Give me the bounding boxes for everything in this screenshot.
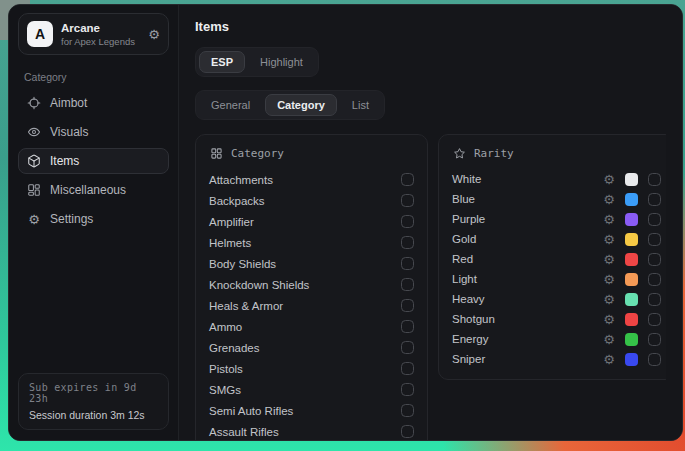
checkbox-smgs[interactable] — [401, 383, 414, 396]
checkbox-semi-auto-rifles[interactable] — [401, 404, 414, 417]
category-row: Amplifier — [209, 211, 414, 232]
checkbox-rarity-heavy[interactable] — [648, 293, 661, 306]
category-panel-title: Category — [231, 147, 284, 160]
color-swatch-blue[interactable] — [625, 193, 638, 206]
checkbox-rarity-sniper[interactable] — [648, 353, 661, 366]
color-swatch-red[interactable] — [625, 253, 638, 266]
gear-icon[interactable]: ⚙ — [148, 28, 160, 41]
rarity-row: Light ⚙ — [452, 269, 661, 289]
layout-grid-icon — [210, 147, 223, 160]
category-panel: Category Attachments Backpacks Amplifier… — [195, 134, 428, 440]
rarity-row: White ⚙ — [452, 169, 661, 189]
subtab-general[interactable]: General — [199, 94, 262, 116]
checkbox-ammo[interactable] — [401, 320, 414, 333]
checkbox-grenades[interactable] — [401, 341, 414, 354]
checkbox-rarity-purple[interactable] — [648, 213, 661, 226]
checkbox-knockdown-shields[interactable] — [401, 278, 414, 291]
brand-card: A Arcane for Apex Legends ⚙ — [18, 13, 169, 55]
checkbox-rarity-light[interactable] — [648, 273, 661, 286]
gear-icon[interactable]: ⚙ — [603, 353, 615, 366]
dashboard-icon — [27, 183, 41, 197]
checkbox-backpacks[interactable] — [401, 194, 414, 207]
gear-icon[interactable]: ⚙ — [603, 173, 615, 186]
category-row: Semi Auto Rifles — [209, 400, 414, 421]
mode-tab-group: ESP Highlight — [195, 47, 319, 77]
gear-icon[interactable]: ⚙ — [603, 333, 615, 346]
app-logo: A — [27, 21, 53, 47]
subtab-category[interactable]: Category — [265, 94, 337, 116]
sidebar-item-aimbot[interactable]: Aimbot — [18, 90, 169, 116]
gear-icon[interactable]: ⚙ — [603, 293, 615, 306]
rarity-panel: Rarity White ⚙ Blue ⚙ Purple ⚙ Gold ⚙ Re… — [438, 134, 666, 380]
sidebar-item-items[interactable]: Items — [18, 148, 169, 174]
color-swatch-light[interactable] — [625, 273, 638, 286]
color-swatch-purple[interactable] — [625, 213, 638, 226]
page-title: Items — [195, 19, 666, 34]
color-swatch-energy[interactable] — [625, 333, 638, 346]
rarity-row: Blue ⚙ — [452, 189, 661, 209]
checkbox-rarity-blue[interactable] — [648, 193, 661, 206]
color-swatch-shotgun[interactable] — [625, 313, 638, 326]
main-content: Items ESP Highlight General Category Lis… — [179, 5, 682, 440]
category-row: Body Shields — [209, 253, 414, 274]
checkbox-attachments[interactable] — [401, 173, 414, 186]
category-row: Heals & Armor — [209, 295, 414, 316]
rarity-row: Red ⚙ — [452, 249, 661, 269]
gear-icon[interactable]: ⚙ — [603, 193, 615, 206]
star-icon — [453, 147, 466, 160]
category-rows: Attachments Backpacks Amplifier Helmets … — [209, 169, 414, 440]
sidebar-nav: Aimbot Visuals Items Miscellaneous ⚙ Set… — [18, 90, 169, 232]
sidebar-item-visuals[interactable]: Visuals — [18, 119, 169, 145]
app-window: A Arcane for Apex Legends ⚙ Category Aim… — [8, 4, 683, 441]
checkbox-rarity-gold[interactable] — [648, 233, 661, 246]
category-row: Helmets — [209, 232, 414, 253]
rarity-row: Shotgun ⚙ — [452, 309, 661, 329]
box-icon — [27, 154, 41, 168]
tab-highlight[interactable]: Highlight — [248, 51, 315, 73]
color-swatch-gold[interactable] — [625, 233, 638, 246]
checkbox-heals-armor[interactable] — [401, 299, 414, 312]
view-tab-group: General Category List — [195, 90, 385, 120]
checkbox-body-shields[interactable] — [401, 257, 414, 270]
checkbox-amplifier[interactable] — [401, 215, 414, 228]
gear-icon: ⚙ — [27, 212, 41, 226]
sidebar-item-miscellaneous[interactable]: Miscellaneous — [18, 177, 169, 203]
rarity-panel-title: Rarity — [474, 147, 514, 160]
gear-icon[interactable]: ⚙ — [603, 253, 615, 266]
sidebar-item-settings[interactable]: ⚙ Settings — [18, 206, 169, 232]
gear-icon[interactable]: ⚙ — [603, 273, 615, 286]
checkbox-helmets[interactable] — [401, 236, 414, 249]
checkbox-rarity-energy[interactable] — [648, 333, 661, 346]
gear-icon[interactable]: ⚙ — [603, 313, 615, 326]
color-swatch-white[interactable] — [625, 173, 638, 186]
checkbox-rarity-red[interactable] — [648, 253, 661, 266]
eye-icon — [27, 125, 41, 139]
color-swatch-sniper[interactable] — [625, 353, 638, 366]
session-duration-text: Session duration 3m 12s — [29, 409, 158, 421]
rarity-rows: White ⚙ Blue ⚙ Purple ⚙ Gold ⚙ Red ⚙ Lig… — [452, 169, 661, 369]
category-row: Assault Rifles — [209, 421, 414, 440]
category-row: Backpacks — [209, 190, 414, 211]
crosshair-icon — [27, 96, 41, 110]
sidebar: A Arcane for Apex Legends ⚙ Category Aim… — [9, 5, 179, 440]
gear-icon[interactable]: ⚙ — [603, 233, 615, 246]
category-row: Grenades — [209, 337, 414, 358]
rarity-row: Gold ⚙ — [452, 229, 661, 249]
sidebar-section-label: Category — [24, 71, 163, 83]
subscription-card: Sub expires in 9d 23h Session duration 3… — [18, 373, 169, 430]
checkbox-rarity-white[interactable] — [648, 173, 661, 186]
sub-expires-text: Sub expires in 9d 23h — [29, 382, 158, 404]
category-row: SMGs — [209, 379, 414, 400]
checkbox-assault-rifles[interactable] — [401, 425, 414, 438]
panels-row: Category Attachments Backpacks Amplifier… — [195, 134, 666, 440]
tab-esp[interactable]: ESP — [199, 51, 245, 73]
rarity-row: Energy ⚙ — [452, 329, 661, 349]
subtab-list[interactable]: List — [340, 94, 381, 116]
app-title: Arcane — [61, 22, 135, 34]
checkbox-pistols[interactable] — [401, 362, 414, 375]
checkbox-rarity-shotgun[interactable] — [648, 313, 661, 326]
rarity-row: Purple ⚙ — [452, 209, 661, 229]
gear-icon[interactable]: ⚙ — [603, 213, 615, 226]
category-row: Pistols — [209, 358, 414, 379]
color-swatch-heavy[interactable] — [625, 293, 638, 306]
